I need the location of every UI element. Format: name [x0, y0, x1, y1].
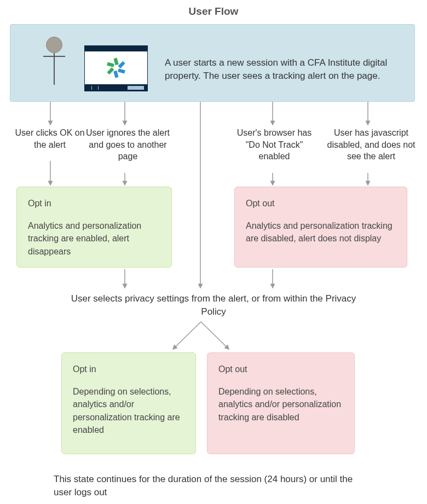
optout-row1-title: Opt out: [246, 197, 396, 210]
branch-label-ok: User clicks OK on the alert: [12, 127, 88, 150]
svg-line-11: [173, 322, 201, 349]
optin-row1-box: Opt in Analytics and personalization tra…: [16, 187, 172, 268]
start-text: A user starts a new session with a CFA I…: [165, 56, 406, 83]
optin-row2-box: Opt in Depending on selections, analytic…: [61, 352, 196, 454]
mid-label: User selects privacy settings from the a…: [60, 292, 367, 318]
svg-line-12: [201, 322, 229, 349]
branch-label-dnt: User's browser has "Do Not Track" enable…: [229, 127, 320, 163]
optin-row2-title: Opt in: [73, 363, 184, 375]
start-box: A user starts a new session with a CFA I…: [10, 24, 415, 102]
diagram-title: User Flow: [0, 5, 427, 18]
browser-window-icon: [84, 45, 148, 91]
user-icon: [41, 37, 68, 91]
branch-label-nojs: User has javascript disabled, and does n…: [320, 127, 423, 163]
optout-row2-title: Opt out: [218, 363, 343, 375]
optout-row2-body: Depending on selections, analytics and/o…: [218, 385, 343, 424]
optout-row1-body: Analytics and personalization tracking a…: [246, 219, 396, 245]
optin-row1-body: Analytics and personalization tracking a…: [28, 219, 160, 258]
optout-row1-box: Opt out Analytics and personalization tr…: [234, 187, 407, 268]
branch-label-ignore: User ignores the alert and goes to anoth…: [85, 127, 170, 163]
footnote: This state continues for the duration of…: [54, 473, 371, 499]
optin-row1-title: Opt in: [28, 197, 160, 210]
optout-row2-box: Opt out Depending on selections, analyti…: [207, 352, 355, 454]
optin-row2-body: Depending on selections, analytics and/o…: [73, 385, 184, 436]
